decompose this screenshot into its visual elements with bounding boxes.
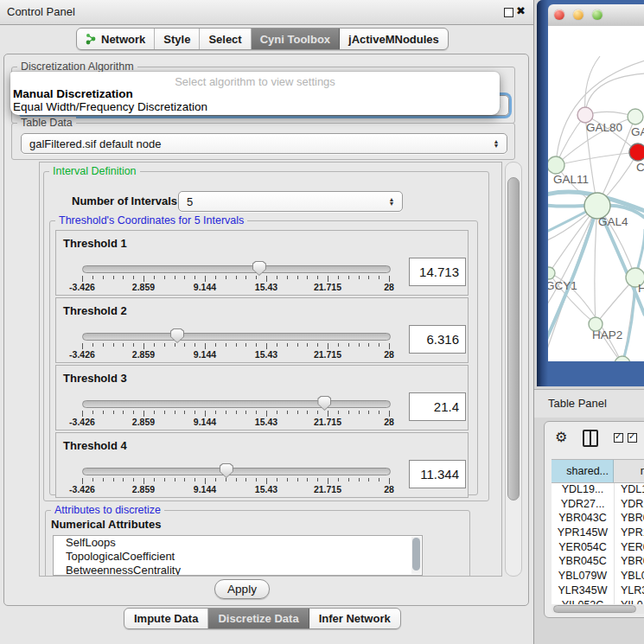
slider-tick xyxy=(175,343,175,347)
threshold-value-field[interactable]: 14.713 xyxy=(409,258,466,286)
cell-shared-name[interactable]: YDL19... xyxy=(552,483,615,498)
table-row[interactable]: YBL079WYBL0 xyxy=(552,570,644,584)
tab-discretize-data[interactable]: Discretize Data xyxy=(208,609,309,628)
slider-track[interactable] xyxy=(82,333,391,341)
network-node[interactable] xyxy=(629,143,644,161)
slider-tick-label: 2.859 xyxy=(132,417,155,427)
table-panel-titlebar: Table Panel xyxy=(534,389,644,418)
threshold-title: Threshold 2 xyxy=(63,304,127,317)
table-row[interactable]: YIL052CYIL0 xyxy=(552,599,644,605)
slider-tick xyxy=(256,411,257,414)
cell-name[interactable]: YPR1 xyxy=(615,526,644,541)
cell-name[interactable]: YDR2 xyxy=(615,498,644,513)
tab-impute-data[interactable]: Impute Data xyxy=(124,609,208,628)
close-traffic-light-icon[interactable] xyxy=(554,10,564,20)
menu-item-equal-width-frequency[interactable]: Equal Width/Frequency Discretization xyxy=(13,100,207,113)
table-row[interactable]: YLR345WYLR3 xyxy=(552,584,644,599)
slider-track[interactable] xyxy=(82,265,391,273)
cell-shared-name[interactable]: YBR043C xyxy=(552,512,615,526)
slider-tick xyxy=(256,276,257,279)
discretization-algorithm-label: Discretization Algorithm xyxy=(17,61,137,73)
attribute-item[interactable]: SelfLoops xyxy=(54,536,422,550)
threshold-value-field[interactable]: 21.4 xyxy=(409,392,466,421)
attribute-item[interactable]: BetweennessCentrality xyxy=(54,564,422,576)
cell-shared-name[interactable]: YER054C xyxy=(552,541,615,556)
network-node[interactable] xyxy=(628,109,643,124)
slider-tick xyxy=(307,343,308,347)
column-header-name[interactable]: n... xyxy=(614,460,644,482)
float-window-icon[interactable] xyxy=(504,8,513,17)
columns-icon[interactable] xyxy=(583,430,598,447)
table-panel-title: Table Panel xyxy=(548,397,607,410)
slider-thumb[interactable] xyxy=(317,396,331,411)
threshold-value-field[interactable]: 6.316 xyxy=(409,325,466,354)
cell-name[interactable]: YBL0 xyxy=(615,570,644,584)
checkbox-checked-icon[interactable] xyxy=(614,433,623,443)
gear-icon[interactable]: ⚙ xyxy=(555,429,567,445)
num-intervals-value: 5 xyxy=(179,195,385,208)
zoom-traffic-light-icon[interactable] xyxy=(592,10,603,20)
slider-thumb[interactable] xyxy=(252,261,266,276)
cell-name[interactable]: YBR0 xyxy=(615,512,644,526)
slider-tick-label: 15.43 xyxy=(255,349,277,360)
tab-infer-network[interactable]: Infer Network xyxy=(309,609,400,628)
network-node-label: GAL11 xyxy=(553,173,589,186)
table-horizontal-scrollbar[interactable] xyxy=(552,605,644,614)
num-intervals-combobox[interactable]: 5 ▲▼ xyxy=(178,191,403,212)
thresholds-label: Threshold's Coordinates for 5 Intervals xyxy=(55,214,247,226)
slider-tick xyxy=(368,478,369,481)
slider-tick xyxy=(287,411,288,414)
cell-name[interactable]: YLR3 xyxy=(615,584,644,599)
cell-shared-name[interactable]: YBR045C xyxy=(552,555,615,570)
slider-thumb[interactable] xyxy=(170,328,184,343)
column-header-shared-name[interactable]: shared... xyxy=(552,460,614,482)
table-row[interactable]: YBR045CYBR0 xyxy=(552,555,644,570)
tab-style[interactable]: Style xyxy=(155,29,200,49)
cell-shared-name[interactable]: YLR345W xyxy=(552,584,615,599)
slider-thumb[interactable] xyxy=(220,463,233,478)
cell-name[interactable]: YBR0 xyxy=(615,555,644,570)
close-icon[interactable]: ✖ xyxy=(516,4,526,17)
slider-track[interactable] xyxy=(82,468,391,475)
combo-stepper-icon: ▲▼ xyxy=(385,197,402,206)
cell-name[interactable]: YIL0 xyxy=(615,599,644,605)
cell-shared-name[interactable]: YBL079W xyxy=(552,570,615,584)
table-rows: YDL19...YDL1YDR27...YDR2YBR043CYBR0YPR14… xyxy=(552,483,644,604)
threshold-rows: Threshold 1-3.4262.8599.14415.4321.71528… xyxy=(55,230,469,500)
tab-cyni-toolbox[interactable]: Cyni Toolbox xyxy=(252,29,340,49)
table-row[interactable]: YDL19...YDL1 xyxy=(552,483,644,498)
network-node[interactable] xyxy=(548,156,564,174)
cell-shared-name[interactable]: YDR27... xyxy=(552,498,615,513)
network-node[interactable] xyxy=(548,267,555,279)
checkbox-checked-icon[interactable] xyxy=(628,433,637,443)
network-canvas[interactable]: GAL80GACGAL11GAL4HGCY1HAP2 xyxy=(548,26,644,361)
attribute-item[interactable]: TopologicalCoefficient xyxy=(54,550,422,564)
tab-network[interactable]: Network xyxy=(77,29,155,49)
interval-definition-label: Interval Definition xyxy=(49,165,140,177)
slider-track[interactable] xyxy=(82,400,391,408)
slider-tick xyxy=(184,478,185,481)
attributes-scrollbar[interactable] xyxy=(411,537,421,574)
table-row[interactable]: YPR145WYPR1 xyxy=(552,526,644,541)
table-row[interactable]: YDR27...YDR2 xyxy=(552,498,644,513)
table-data-combobox[interactable]: galFiltered.sif default node ▲▼ xyxy=(21,133,507,154)
cell-shared-name[interactable]: YPR145W xyxy=(552,526,615,541)
slider-tick xyxy=(379,343,379,347)
cell-shared-name[interactable]: YIL052C xyxy=(552,599,615,605)
cell-name[interactable]: YDL1 xyxy=(615,483,644,498)
settings-vertical-scrollbar[interactable] xyxy=(505,162,522,577)
threshold-value-field[interactable]: 11.344 xyxy=(409,460,466,488)
minimize-traffic-light-icon[interactable] xyxy=(573,10,583,20)
slider-tick xyxy=(92,411,93,414)
numerical-attributes-list[interactable]: SelfLoopsTopologicalCoefficientBetweenne… xyxy=(53,535,423,576)
menu-item-manual-discretization[interactable]: Manual Discretization xyxy=(13,87,133,100)
table-row[interactable]: YBR043CYBR0 xyxy=(552,512,644,526)
tab-select[interactable]: Select xyxy=(200,29,251,49)
tab-jactivemnodules[interactable]: jActiveMNodules xyxy=(340,29,448,49)
slider-tick xyxy=(215,411,216,414)
cyni-toolbox-content: Discretization Algorithm ▲▼ Table Data g… xyxy=(3,54,529,606)
apply-button[interactable]: Apply xyxy=(214,579,270,599)
slider-tick xyxy=(92,478,93,481)
cell-name[interactable]: YER0 xyxy=(615,541,644,556)
table-row[interactable]: YER054CYER0 xyxy=(552,541,644,556)
